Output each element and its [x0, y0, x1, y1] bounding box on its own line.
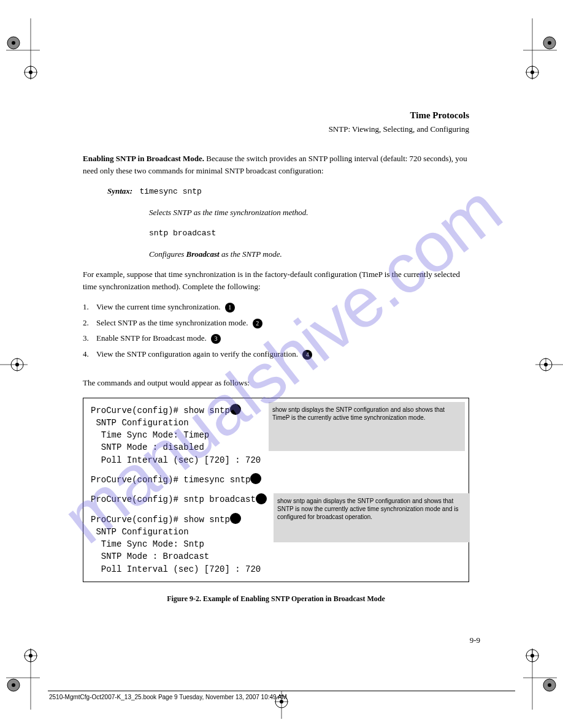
- step-circle-4: 4: [302, 350, 312, 360]
- term-line-1: ProCurve(config)# show sntp: [91, 404, 461, 417]
- syntax-desc2-bold: Broadcast: [186, 249, 220, 259]
- syntax-cmd2: sntp broadcast: [149, 229, 216, 238]
- syntax-label: Syntax:: [107, 186, 132, 195]
- step-2: 2. Select SNTP as the time synchronizati…: [83, 317, 469, 329]
- term-line-6: ProCurve(config)# timesync sntp: [91, 474, 461, 486]
- crop-mark-bl: [6, 648, 49, 710]
- svg-point-19: [12, 683, 15, 687]
- paragraph-2: For example, suppose that time synchroni…: [83, 268, 469, 292]
- svg-point-35: [15, 363, 19, 366]
- svg-point-43: [280, 700, 283, 703]
- step-num-1: 1.: [83, 301, 96, 313]
- step-num-3: 3.: [83, 332, 96, 344]
- svg-point-3: [12, 41, 15, 45]
- term-bullet-2: [250, 473, 261, 484]
- crop-mark-tr: [514, 18, 557, 80]
- step-circle-1: 1: [225, 303, 235, 313]
- term-line-11: SNTP Mode : Broadcast: [91, 550, 461, 563]
- syntax-desc2-after: as the SNTP mode.: [220, 249, 282, 259]
- figure-caption: Figure 9-2. Example of Enabling SNTP Ope…: [83, 593, 469, 604]
- para1-bold: Enabling SNTP in Broadcast Mode.: [83, 154, 204, 163]
- syntax-desc1: Selects SNTP as the time synchronization…: [149, 207, 469, 219]
- step-1: 1. View the current time synchronization…: [83, 301, 469, 313]
- svg-point-11: [548, 41, 551, 45]
- svg-point-39: [544, 363, 548, 366]
- footer-file: 2510-MgmtCfg-Oct2007-K_13_25.book Page 9…: [49, 694, 287, 700]
- term-line-8: ProCurve(config)# show sntp: [91, 514, 461, 526]
- svg-point-15: [530, 70, 534, 74]
- page-number: 9-9: [470, 635, 480, 645]
- term-line-12: Poll Interval (sec) [720] : 720: [91, 563, 461, 575]
- syntax-desc2-row: Configures Broadcast as the SNTP mode.: [149, 248, 469, 260]
- svg-point-27: [548, 683, 551, 687]
- example-steps: 1. View the current time synchronization…: [83, 301, 469, 360]
- terminal-output: show sntp displays the SNTP configuratio…: [83, 398, 469, 583]
- step-text-4: View the SNTP configuration again to ver…: [96, 349, 298, 358]
- page-header-title: Time Protocols: [83, 110, 469, 121]
- term-bullet-1: [230, 404, 241, 415]
- commands-caption: The commands and output would appear as …: [83, 377, 469, 389]
- step-num-4: 4.: [83, 348, 96, 360]
- syntax-cmd2-row: sntp broadcast: [149, 227, 469, 240]
- crop-mark-br: [514, 648, 557, 710]
- step-text-2: Select SNTP as the time synchronization …: [96, 318, 248, 327]
- step-3: 3. Enable SNTP for Broadcast mode. 3: [83, 332, 469, 344]
- term-line-10: Time Sync Mode: Sntp: [91, 538, 461, 550]
- step-circle-3: 3: [211, 334, 221, 344]
- term-bullet-4: [230, 513, 241, 524]
- term-line-4: SNTP Mode : disabled: [91, 441, 461, 453]
- term-line-3: Time Sync Mode: Timep: [91, 429, 461, 441]
- term-line-9: SNTP Configuration: [91, 526, 461, 538]
- step-4: 4. View the SNTP configuration again to …: [83, 348, 469, 360]
- term-line-2: SNTP Configuration: [91, 417, 461, 429]
- crop-mark-bc: [272, 691, 291, 719]
- paragraph-1: Enabling SNTP in Broadcast Mode. Because…: [83, 153, 469, 176]
- crop-mark-ml: [0, 355, 28, 374]
- step-text-1: View the current time synchronization.: [96, 302, 220, 311]
- page-header-subtitle: SNTP: Viewing, Selecting, and Configurin…: [83, 124, 469, 134]
- step-circle-2: 2: [253, 319, 262, 328]
- step-text-3: Enable SNTP for Broadcast mode.: [96, 333, 207, 343]
- svg-point-7: [29, 70, 33, 74]
- term-bullet-3: [256, 493, 267, 504]
- syntax-block: Syntax: timesync sntp: [107, 185, 469, 198]
- crop-mark-mr: [535, 355, 563, 374]
- syntax-cmd1: timesync sntp: [139, 187, 201, 196]
- term-line-7: ProCurve(config)# sntp broadcast: [91, 493, 461, 506]
- step-num-2: 2.: [83, 317, 96, 329]
- crop-mark-tl: [6, 18, 49, 80]
- syntax-desc2: Configures: [149, 249, 186, 259]
- term-line-5: Poll Interval (sec) [720] : 720: [91, 454, 461, 466]
- svg-point-31: [530, 654, 534, 658]
- svg-point-23: [29, 654, 33, 658]
